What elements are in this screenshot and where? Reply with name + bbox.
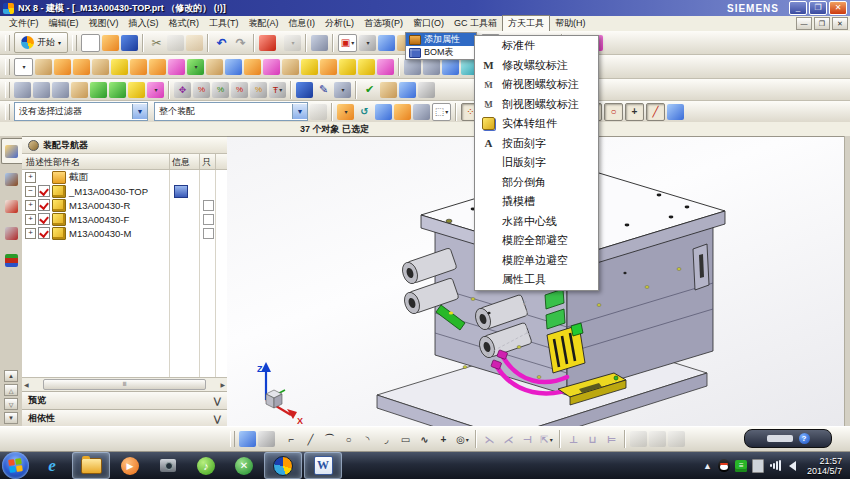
sphere-icon[interactable] bbox=[111, 59, 128, 75]
extrude-icon[interactable] bbox=[54, 59, 71, 75]
select-box-icon[interactable] bbox=[337, 104, 354, 120]
taskbar-ie[interactable]: e bbox=[34, 453, 70, 478]
toolbar-icon[interactable] bbox=[331, 103, 333, 121]
reset-window-icon[interactable]: ▣ bbox=[338, 34, 357, 52]
menu-information[interactable]: 信息(I) bbox=[284, 16, 321, 31]
menu-help[interactable]: 帮助(H) bbox=[550, 16, 591, 31]
orient-view-icon[interactable] bbox=[649, 431, 666, 447]
scroll-bottom-icon[interactable]: ▼ bbox=[4, 412, 18, 424]
restore-button[interactable]: ❐ bbox=[809, 1, 827, 15]
sketch-grid-icon[interactable] bbox=[258, 431, 275, 447]
menu-item-section-view-thread-callout[interactable]: M̲ 剖视图螺纹标注 bbox=[475, 95, 598, 115]
read-only-checkbox[interactable] bbox=[203, 187, 212, 196]
toolbar-grip[interactable] bbox=[5, 82, 10, 98]
wave-geometry-icon[interactable] bbox=[404, 59, 421, 75]
open-icon[interactable] bbox=[102, 35, 119, 51]
toolbar-icon[interactable] bbox=[142, 34, 144, 52]
menu-item-face-engrave[interactable]: A 按面刻字 bbox=[475, 134, 598, 154]
preview-section[interactable]: 预览 ⋁ bbox=[22, 391, 227, 409]
scroll-right-icon[interactable]: ▶ bbox=[220, 381, 225, 388]
globe-icon[interactable] bbox=[375, 104, 392, 120]
sequence-icon[interactable] bbox=[296, 82, 313, 98]
sketch-icon[interactable] bbox=[14, 58, 33, 76]
chevron-down-icon[interactable]: ⋁ bbox=[213, 396, 221, 406]
menu-item-attribute-tools[interactable]: 属性工具 bbox=[475, 270, 598, 290]
tab-reuse-library[interactable] bbox=[1, 221, 21, 245]
toolbar-grip[interactable] bbox=[230, 431, 235, 447]
component-checkbox[interactable] bbox=[38, 227, 50, 239]
taskbar-word[interactable]: W bbox=[304, 452, 342, 479]
marquee-icon[interactable]: ⬚ bbox=[432, 103, 451, 121]
toolbar-icon[interactable] bbox=[355, 81, 357, 99]
split-body-icon[interactable] bbox=[263, 59, 280, 75]
add-component-icon[interactable] bbox=[90, 82, 107, 98]
tab-history[interactable] bbox=[1, 248, 21, 272]
perp-constraint-icon[interactable]: ⊥ bbox=[565, 431, 582, 447]
offset-icon[interactable] bbox=[442, 59, 459, 75]
iso-view-icon[interactable] bbox=[378, 35, 395, 51]
offset-curve-icon[interactable]: ◎ bbox=[454, 431, 471, 447]
menu-item-solid-to-component[interactable]: 实体转组件 bbox=[475, 114, 598, 134]
menu-item-add-attribute[interactable]: 添加属性 bbox=[406, 33, 476, 46]
component-checkbox[interactable] bbox=[38, 213, 50, 225]
highlight-icon[interactable] bbox=[394, 104, 411, 120]
intersect-icon[interactable] bbox=[225, 59, 242, 75]
revolve-icon[interactable] bbox=[73, 59, 90, 75]
tab-constraint-navigator[interactable] bbox=[1, 167, 21, 191]
expand-icon[interactable]: − bbox=[25, 186, 36, 197]
menu-edit[interactable]: 编辑(E) bbox=[44, 16, 84, 31]
taskbar-media-player[interactable]: ▶ bbox=[112, 453, 148, 478]
studio-spline-icon[interactable]: ∿ bbox=[416, 431, 433, 447]
menu-view[interactable]: 视图(V) bbox=[84, 16, 124, 31]
extract-icon[interactable] bbox=[423, 59, 440, 75]
toolbar-icon[interactable] bbox=[168, 81, 170, 99]
menu-gc-toolbox[interactable]: GC 工具箱 bbox=[449, 16, 502, 31]
hole-icon[interactable] bbox=[130, 59, 147, 75]
close-button[interactable]: ✕ bbox=[829, 1, 847, 15]
toolbar-grip[interactable] bbox=[5, 59, 10, 75]
combo-dropdown-icon[interactable]: ▼ bbox=[132, 104, 147, 119]
show-constraints-icon[interactable]: ⊔ bbox=[584, 431, 601, 447]
toolbar-grip[interactable] bbox=[5, 104, 10, 120]
menu-insert[interactable]: 插入(S) bbox=[124, 16, 164, 31]
exploded-view-icon[interactable]: Ŧ bbox=[269, 82, 286, 98]
chamfer-sketch-icon[interactable]: ◞ bbox=[378, 431, 395, 447]
boss-icon[interactable] bbox=[149, 59, 166, 75]
stock-app-tray-icon[interactable]: ≡ bbox=[735, 460, 747, 472]
toolbar-icon[interactable] bbox=[455, 103, 457, 121]
hidden-icons-arrow[interactable]: ▲ bbox=[701, 459, 714, 472]
menu-tools[interactable]: 工具(T) bbox=[204, 16, 244, 31]
quick-extend-icon[interactable]: ⋌ bbox=[500, 431, 517, 447]
mdi-close-button[interactable]: ✕ bbox=[832, 17, 848, 30]
pattern-component-icon[interactable] bbox=[128, 82, 145, 98]
pattern-icon[interactable] bbox=[168, 59, 185, 75]
menu-item-top-view-thread-callout[interactable]: M̈ 俯视图螺纹标注 bbox=[475, 75, 598, 95]
save-icon[interactable] bbox=[121, 35, 138, 51]
start-button[interactable]: 开始 ▾ bbox=[14, 32, 68, 53]
snap-circle-icon[interactable]: ○ bbox=[604, 103, 623, 121]
tray-clock[interactable]: 21:57 2014/5/7 bbox=[807, 456, 842, 476]
toolbar-icon[interactable] bbox=[475, 430, 477, 448]
unite-icon[interactable] bbox=[187, 59, 204, 75]
toolbar-icon[interactable] bbox=[559, 430, 561, 448]
update-model-icon[interactable] bbox=[668, 431, 685, 447]
toolbar-icon[interactable] bbox=[398, 58, 400, 76]
expand-icon[interactable]: + bbox=[25, 172, 36, 183]
dependencies-section[interactable]: 相依性 ⋁ bbox=[22, 409, 227, 427]
tab-assembly-navigator[interactable] bbox=[1, 138, 22, 164]
tree-row-m[interactable]: + M13A00430-M bbox=[22, 226, 227, 240]
snap-slash-icon[interactable]: ╱ bbox=[646, 103, 665, 121]
toolbar-icon[interactable] bbox=[253, 34, 255, 52]
menu-preferences[interactable]: 首选项(P) bbox=[359, 16, 408, 31]
snap-globe-icon[interactable] bbox=[667, 104, 684, 120]
remember-icon[interactable] bbox=[71, 82, 88, 98]
touch-mode-icon[interactable] bbox=[311, 35, 328, 51]
constraint-3-icon[interactable]: % bbox=[231, 82, 248, 98]
title-bar[interactable]: NX 8 - 建模 - [_M13A00430-TOP.prt （修改的） (!… bbox=[0, 0, 850, 16]
menu-analysis[interactable]: 分析(L) bbox=[320, 16, 359, 31]
combo-dropdown-icon[interactable]: ▼ bbox=[292, 104, 307, 119]
expand-icon[interactable]: + bbox=[25, 200, 36, 211]
subtract-icon[interactable] bbox=[206, 59, 223, 75]
open-component-icon[interactable] bbox=[33, 82, 50, 98]
toolbar-icon[interactable] bbox=[332, 34, 334, 52]
